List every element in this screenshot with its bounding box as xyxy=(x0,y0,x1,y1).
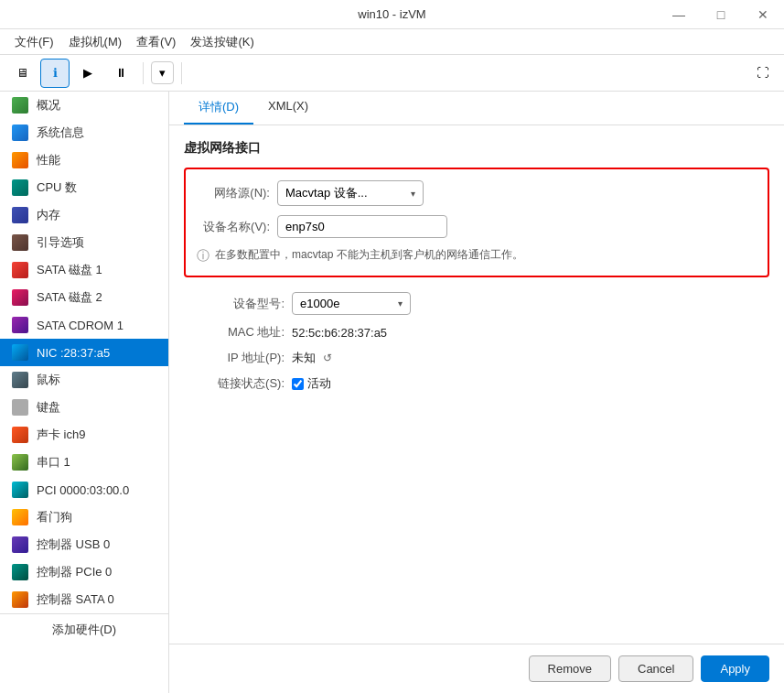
sidebar-label-usb: 控制器 USB 0 xyxy=(37,536,110,553)
apply-button[interactable]: Apply xyxy=(701,655,769,682)
play-button[interactable]: ▶ xyxy=(73,59,102,88)
mac-address-value: 52:5c:b6:28:37:a5 xyxy=(292,326,387,340)
mac-address-row: MAC 地址: 52:5c:b6:28:37:a5 xyxy=(184,324,769,341)
sidebar-item-pci[interactable]: PCI 0000:03:00.0 xyxy=(0,476,168,504)
overview-icon xyxy=(11,96,29,114)
sidebar-label-watchdog: 看门狗 xyxy=(37,509,72,525)
device-name-label: 设备名称(V): xyxy=(197,219,270,235)
sidebar-item-boot[interactable]: 引导选项 xyxy=(0,229,168,256)
tab-details[interactable]: 详情(D) xyxy=(184,92,253,125)
sidebar-label-sata1: SATA 磁盘 1 xyxy=(37,262,102,278)
sidebar-item-overview[interactable]: 概况 xyxy=(0,92,168,119)
monitor-button[interactable]: 🖥 xyxy=(7,59,37,88)
ip-address-row: IP 地址(P): 未知 ↺ xyxy=(184,350,769,366)
menu-sendkey[interactable]: 发送按键(K) xyxy=(183,32,261,52)
sidebar-item-sata1[interactable]: SATA 磁盘 1 xyxy=(0,256,168,284)
boot-icon xyxy=(11,233,29,252)
sidebar-item-usb[interactable]: 控制器 USB 0 xyxy=(0,531,168,558)
watchdog-icon xyxy=(11,508,29,526)
sidebar-item-sata2[interactable]: SATA 磁盘 2 xyxy=(0,284,168,311)
sidebar-item-perf[interactable]: 性能 xyxy=(0,146,168,174)
nic-icon xyxy=(11,343,29,362)
keyboard-icon xyxy=(11,398,29,417)
sidebar-label-pci: PCI 0000:03:00.0 xyxy=(37,483,129,497)
fullscreen-button[interactable]: ⛶ xyxy=(747,59,777,88)
add-hardware-button[interactable]: 添加硬件(D) xyxy=(0,613,168,645)
usb-icon xyxy=(11,536,29,554)
satactrl-icon xyxy=(11,590,29,609)
network-source-label: 网络源(N): xyxy=(197,185,270,201)
cancel-button[interactable]: Cancel xyxy=(618,655,693,682)
content-area: 详情(D) XML(X) 虚拟网络接口 网络源(N): Macvtap 设备..… xyxy=(169,92,784,693)
ip-address-label: IP 地址(P): xyxy=(184,350,285,366)
sidebar-label-overview: 概况 xyxy=(37,97,60,114)
minimize-button[interactable]: — xyxy=(658,0,700,29)
device-type-row: 设备型号: e1000e ▾ xyxy=(184,292,769,315)
sidebar-item-memory[interactable]: 内存 xyxy=(0,201,168,229)
add-hardware-label: 添加硬件(D) xyxy=(52,622,116,638)
sysinfo-icon xyxy=(11,124,29,142)
mouse-icon xyxy=(11,371,29,389)
menubar: 文件(F) 虚拟机(M) 查看(V) 发送按键(K) xyxy=(0,29,784,55)
menu-vm[interactable]: 虚拟机(M) xyxy=(61,32,130,52)
sidebar-item-sound[interactable]: 声卡 ich9 xyxy=(0,421,168,449)
sidebar-label-memory: 内存 xyxy=(37,207,60,223)
tab-xml[interactable]: XML(X) xyxy=(253,92,323,125)
menu-view[interactable]: 查看(V) xyxy=(129,32,183,52)
serial-icon xyxy=(11,453,29,471)
info-message-text: 在多数配置中，macvtap 不能为主机到客户机的网络通信工作。 xyxy=(215,247,523,263)
sidebar: 概况 系统信息 性能 CPU 数 内存 引导选项 SATA 磁盘 1 SATA xyxy=(0,92,169,693)
link-state-row: 链接状态(S): 活动 xyxy=(184,375,769,392)
sidebar-label-sysinfo: 系统信息 xyxy=(37,125,84,141)
titlebar: win10 - izVM — □ ✕ xyxy=(0,0,784,29)
sidebar-label-mouse: 鼠标 xyxy=(37,372,60,388)
info-icon: ⓘ xyxy=(197,248,209,265)
ip-address-value: 未知 xyxy=(292,350,316,366)
sidebar-item-cpu[interactable]: CPU 数 xyxy=(0,174,168,201)
sidebar-item-satactrl[interactable]: 控制器 SATA 0 xyxy=(0,586,168,613)
pcie-icon xyxy=(11,563,29,581)
device-type-value: e1000e xyxy=(300,297,394,310)
menu-file[interactable]: 文件(F) xyxy=(7,32,61,52)
refresh-ip-button[interactable]: ↺ xyxy=(323,352,332,364)
sidebar-label-cdrom: SATA CDROM 1 xyxy=(37,319,124,332)
close-button[interactable]: ✕ xyxy=(742,0,784,29)
snapshot-label: ▾ xyxy=(159,66,166,80)
sidebar-item-cdrom[interactable]: SATA CDROM 1 xyxy=(0,311,168,339)
window-title: win10 - izVM xyxy=(358,7,425,21)
toolbar-separator-2 xyxy=(181,62,182,84)
sidebar-item-watchdog[interactable]: 看门狗 xyxy=(0,504,168,531)
pause-button[interactable]: ⏸ xyxy=(106,59,135,88)
snapshot-dropdown[interactable]: ▾ xyxy=(151,61,174,84)
sidebar-label-satactrl: 控制器 SATA 0 xyxy=(37,591,114,608)
sidebar-label-cpu: CPU 数 xyxy=(37,179,77,196)
sidebar-item-serial[interactable]: 串口 1 xyxy=(0,449,168,476)
sidebar-label-serial: 串口 1 xyxy=(37,454,70,471)
sidebar-item-sysinfo[interactable]: 系统信息 xyxy=(0,119,168,146)
remove-button[interactable]: Remove xyxy=(529,655,611,682)
section-title: 虚拟网络接口 xyxy=(184,140,769,157)
device-name-row: 设备名称(V): xyxy=(197,215,757,238)
mac-address-label: MAC 地址: xyxy=(184,324,285,341)
sidebar-label-keyboard: 键盘 xyxy=(37,399,60,416)
sidebar-item-pcie[interactable]: 控制器 PCIe 0 xyxy=(0,558,168,586)
info-button[interactable]: ℹ xyxy=(40,59,70,88)
link-state-checkbox[interactable] xyxy=(292,378,304,390)
sidebar-item-keyboard[interactable]: 键盘 xyxy=(0,394,168,421)
network-source-dropdown[interactable]: Macvtap 设备... ▾ xyxy=(277,180,424,206)
device-type-dropdown[interactable]: e1000e ▾ xyxy=(292,292,411,315)
sata1-icon xyxy=(11,261,29,279)
dropdown-arrow-icon: ▾ xyxy=(411,189,415,199)
details-panel: 虚拟网络接口 网络源(N): Macvtap 设备... ▾ 设备名称(V): xyxy=(169,125,784,416)
cpu-icon xyxy=(11,179,29,197)
info-message-row: ⓘ 在多数配置中，macvtap 不能为主机到客户机的网络通信工作。 xyxy=(197,247,757,265)
toolbar-separator xyxy=(143,62,144,84)
sidebar-label-boot: 引导选项 xyxy=(37,234,84,251)
memory-icon xyxy=(11,206,29,224)
device-name-input[interactable] xyxy=(277,215,447,238)
sidebar-label-nic: NIC :28:37:a5 xyxy=(37,346,110,360)
maximize-button[interactable]: □ xyxy=(700,0,742,29)
sidebar-item-mouse[interactable]: 鼠标 xyxy=(0,366,168,394)
sidebar-item-nic[interactable]: NIC :28:37:a5 xyxy=(0,339,168,366)
sidebar-label-perf: 性能 xyxy=(37,152,60,168)
